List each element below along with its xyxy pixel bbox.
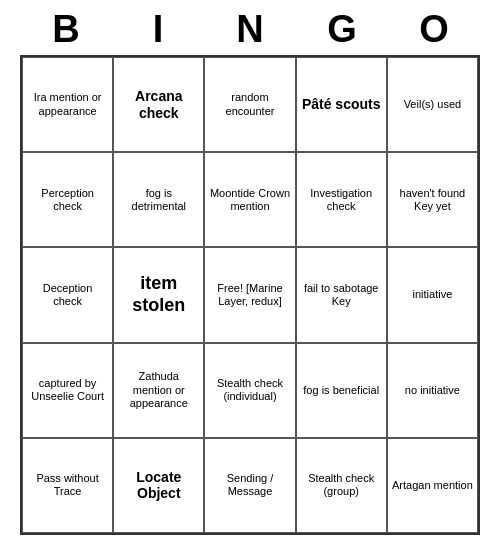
bingo-cell-r2c3[interactable]: fail to sabotage Key <box>296 247 387 342</box>
bingo-cell-r3c0[interactable]: captured by Unseelie Court <box>22 343 113 438</box>
bingo-cell-r0c3[interactable]: Pâté scouts <box>296 57 387 152</box>
title-letter-G: G <box>317 8 367 51</box>
bingo-cell-r2c2[interactable]: Free! [Marine Layer, redux] <box>204 247 295 342</box>
bingo-cell-r4c4[interactable]: Artagan mention <box>387 438 478 533</box>
bingo-cell-r3c2[interactable]: Stealth check (individual) <box>204 343 295 438</box>
bingo-cell-r3c4[interactable]: no initiative <box>387 343 478 438</box>
bingo-cell-r1c1[interactable]: fog is detrimental <box>113 152 204 247</box>
bingo-cell-r4c1[interactable]: Locate Object <box>113 438 204 533</box>
title-letter-N: N <box>225 8 275 51</box>
bingo-cell-r3c1[interactable]: Zathuda mention or appearance <box>113 343 204 438</box>
bingo-cell-r0c2[interactable]: random encounter <box>204 57 295 152</box>
bingo-grid: Ira mention or appearanceArcana checkran… <box>20 55 480 535</box>
bingo-cell-r4c3[interactable]: Stealth check (group) <box>296 438 387 533</box>
bingo-cell-r1c3[interactable]: Investigation check <box>296 152 387 247</box>
bingo-cell-r2c4[interactable]: initiative <box>387 247 478 342</box>
title-letter-O: O <box>409 8 459 51</box>
bingo-cell-r4c0[interactable]: Pass without Trace <box>22 438 113 533</box>
bingo-cell-r1c2[interactable]: Moontide Crown mention <box>204 152 295 247</box>
bingo-cell-r1c0[interactable]: Perception check <box>22 152 113 247</box>
bingo-cell-r0c1[interactable]: Arcana check <box>113 57 204 152</box>
title-letter-B: B <box>41 8 91 51</box>
bingo-cell-r0c0[interactable]: Ira mention or appearance <box>22 57 113 152</box>
title-letter-I: I <box>133 8 183 51</box>
bingo-cell-r2c0[interactable]: Deception check <box>22 247 113 342</box>
bingo-cell-r0c4[interactable]: Veil(s) used <box>387 57 478 152</box>
bingo-cell-r4c2[interactable]: Sending / Message <box>204 438 295 533</box>
bingo-title-row: BINGO <box>20 0 480 55</box>
bingo-cell-r1c4[interactable]: haven't found Key yet <box>387 152 478 247</box>
bingo-cell-r3c3[interactable]: fog is beneficial <box>296 343 387 438</box>
bingo-cell-r2c1[interactable]: item stolen <box>113 247 204 342</box>
